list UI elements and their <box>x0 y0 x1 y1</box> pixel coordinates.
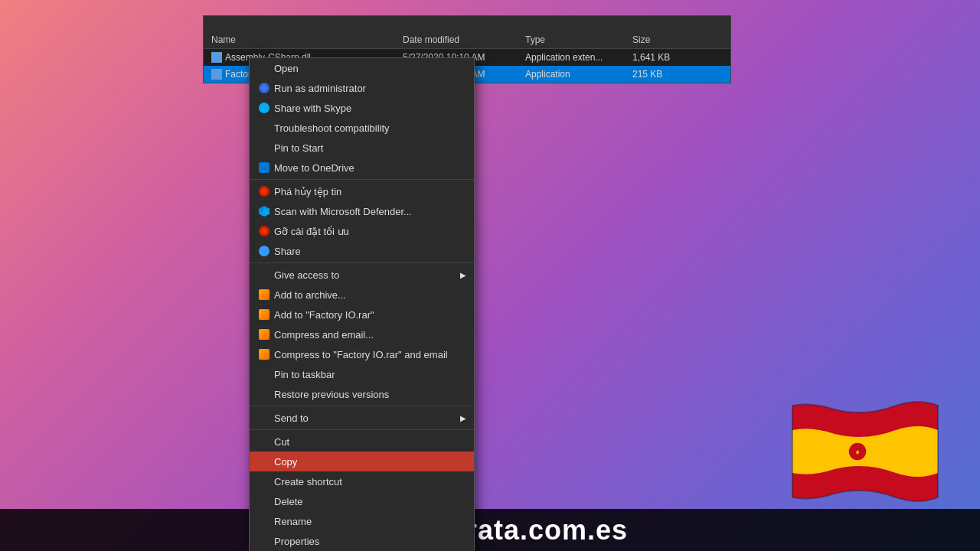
menu-item-add-archive[interactable]: Add to archive... <box>250 285 474 305</box>
menu-item-send-to[interactable]: Send to ▶ <box>250 408 474 428</box>
menu-label: Troubleshoot compatibility <box>274 122 390 134</box>
no-icon <box>259 456 270 467</box>
gocai-icon <box>259 226 270 236</box>
no-icon <box>259 122 270 133</box>
menu-item-move-onedrive[interactable]: Move to OneDrive <box>250 158 474 178</box>
menu-separator <box>250 179 474 180</box>
defender-icon <box>259 206 270 217</box>
menu-label: Gỡ cài đặt tối ưu <box>274 226 349 237</box>
context-menu: Open Run as administrator Share with Sky… <box>249 57 475 551</box>
file-type: Application exten... <box>525 52 632 63</box>
rar-icon <box>259 289 270 300</box>
menu-item-share-skype[interactable]: Share with Skype <box>250 98 474 118</box>
menu-item-troubleshoot[interactable]: Troubleshoot compatibility <box>250 118 474 138</box>
menu-item-add-factory-rar[interactable]: Add to "Factory IO.rar" <box>250 305 474 324</box>
menu-item-create-shortcut[interactable]: Create shortcut <box>250 471 474 491</box>
spain-flag: ♦ <box>789 398 942 505</box>
explorer-titlebar <box>204 16 730 31</box>
file-type: Application <box>525 69 632 80</box>
file-size: 1,641 KB <box>632 52 694 63</box>
no-icon <box>259 496 270 507</box>
share-icon <box>259 246 270 256</box>
col-header-type: Type <box>525 34 632 45</box>
menu-label: Phá hủy tệp tin <box>274 186 341 197</box>
menu-label: Rename <box>274 516 312 527</box>
menu-label: Add to archive... <box>274 289 346 301</box>
menu-item-run-as-admin[interactable]: Run as administrator <box>250 78 474 98</box>
col-header-date: Date modified <box>403 34 525 45</box>
ppha-icon <box>259 186 270 197</box>
menu-label: Properties <box>274 536 319 547</box>
menu-label: Share <box>274 246 301 257</box>
watermark: artistapirata.com.es <box>0 509 980 551</box>
menu-item-copy[interactable]: Copy <box>250 452 474 471</box>
no-icon <box>259 516 270 527</box>
submenu-arrow: ▶ <box>460 414 466 422</box>
no-icon <box>259 536 270 546</box>
col-header-name: Name <box>211 34 403 45</box>
shield-icon <box>259 83 270 93</box>
menu-label: Pin to taskbar <box>274 369 335 380</box>
menu-separator <box>250 262 474 263</box>
menu-item-scan-defender[interactable]: Scan with Microsoft Defender... <box>250 201 474 221</box>
menu-item-rename[interactable]: Rename <box>250 511 474 531</box>
menu-separator <box>250 429 474 430</box>
menu-label: Move to OneDrive <box>274 162 354 174</box>
menu-item-delete[interactable]: Delete <box>250 491 474 511</box>
menu-separator <box>250 406 474 406</box>
menu-label: Create shortcut <box>274 476 342 487</box>
menu-item-pha-huy[interactable]: Phá hủy tệp tin <box>250 181 474 201</box>
menu-label: Pin to Start <box>274 142 323 154</box>
no-icon <box>259 63 270 73</box>
no-icon <box>259 412 270 423</box>
menu-item-compress-factory-email[interactable]: Compress to "Factory IO.rar" and email <box>250 344 474 364</box>
menu-label: Compress to "Factory IO.rar" and email <box>274 349 448 360</box>
menu-item-pin-taskbar[interactable]: Pin to taskbar <box>250 364 474 384</box>
no-icon <box>259 369 270 380</box>
menu-item-restore-versions[interactable]: Restore previous versions <box>250 384 474 404</box>
menu-label: Send to <box>274 412 309 424</box>
skype-icon <box>259 103 270 113</box>
menu-label: Cut <box>274 436 289 448</box>
menu-item-share[interactable]: Share <box>250 241 474 261</box>
menu-label: Restore previous versions <box>274 389 389 400</box>
menu-label: Add to "Factory IO.rar" <box>274 309 374 321</box>
menu-label: Copy <box>274 456 297 468</box>
no-icon <box>259 476 270 487</box>
rar-icon <box>259 349 270 360</box>
col-header-size: Size <box>632 34 694 45</box>
no-icon <box>259 142 270 153</box>
submenu-arrow: ▶ <box>460 271 466 279</box>
menu-label: Give access to <box>274 269 339 281</box>
menu-item-open[interactable]: Open <box>250 58 474 78</box>
menu-item-cut[interactable]: Cut <box>250 432 474 452</box>
file-size: 215 KB <box>632 69 694 80</box>
menu-item-give-access[interactable]: Give access to ▶ <box>250 265 474 285</box>
no-icon <box>259 269 270 280</box>
menu-label: Scan with Microsoft Defender... <box>274 206 412 217</box>
file-list-header: Name Date modified Type Size <box>204 31 730 49</box>
no-icon <box>259 389 270 399</box>
menu-item-properties[interactable]: Properties <box>250 531 474 551</box>
rar-icon <box>259 309 270 320</box>
menu-item-pin-to-start[interactable]: Pin to Start <box>250 138 474 158</box>
svg-text:♦: ♦ <box>855 448 859 456</box>
menu-label: Run as administrator <box>274 83 366 94</box>
file-icon <box>211 52 222 63</box>
menu-label: Delete <box>274 496 303 507</box>
rar-icon <box>259 329 270 340</box>
flag-svg: ♦ <box>789 398 942 505</box>
menu-item-compress-email[interactable]: Compress and email... <box>250 324 474 344</box>
menu-label: Compress and email... <box>274 329 374 341</box>
menu-label: Open <box>274 63 299 74</box>
no-icon <box>259 436 270 447</box>
menu-label: Share with Skype <box>274 103 351 114</box>
menu-item-go-cai[interactable]: Gỡ cài đặt tối ưu <box>250 221 474 241</box>
file-icon <box>211 69 222 80</box>
onedrive-icon <box>259 162 270 173</box>
